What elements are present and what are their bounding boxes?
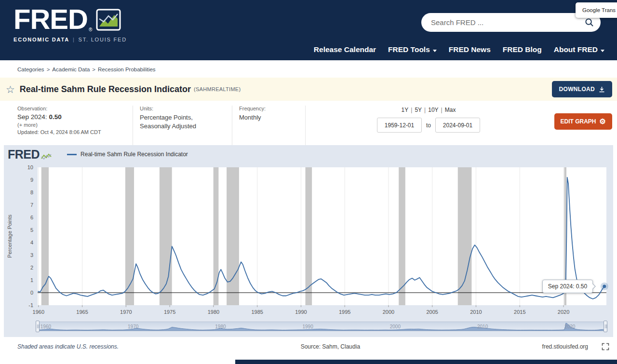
series-id: (SAHMREALTIME) [194, 86, 241, 92]
search-input[interactable] [431, 18, 585, 27]
legend-label: Real-time Sahm Rule Recession Indicator [80, 151, 188, 158]
y-tick-label: -1 [28, 302, 33, 308]
range-separator: | [441, 107, 443, 113]
edit-graph-label: EDIT GRAPH [561, 118, 596, 125]
range-5y[interactable]: 5Y [415, 107, 422, 113]
units-value-line2: Seasonally Adjusted [140, 122, 232, 131]
y-tick-label: 8 [30, 189, 33, 195]
download-button[interactable]: DOWNLOAD [552, 81, 612, 97]
nav-fred-news[interactable]: FRED News [449, 45, 491, 54]
slider-handle-right[interactable] [604, 321, 607, 332]
google-translate-remnant[interactable]: Google Trans [576, 2, 617, 18]
x-tick-label: 1965 [76, 309, 88, 315]
to-label: to [426, 122, 431, 129]
chart-legend: Real-time Sahm Rule Recession Indicator [67, 151, 188, 158]
more-observations-link[interactable]: (+ more) [17, 122, 133, 128]
x-tick-label: 1975 [164, 309, 175, 315]
y-tick-label: 5 [30, 227, 33, 233]
breadcrumb-categories[interactable]: Categories [17, 67, 44, 72]
recession-band [227, 167, 239, 305]
y-tick-label: 6 [30, 215, 33, 220]
observation-label: Observation: [17, 106, 133, 111]
fullscreen-icon[interactable] [602, 343, 609, 351]
site-url: fred.stlouisfed.org [542, 343, 588, 350]
y-tick-label: 7 [30, 202, 33, 208]
favorite-star-icon[interactable]: ☆ [6, 84, 15, 94]
gear-icon: ⚙ [600, 119, 606, 124]
y-tick-label: 4 [30, 240, 33, 245]
nav-fred-tools[interactable]: FRED Tools [388, 45, 437, 54]
observation-value: 0.50 [49, 113, 62, 121]
nav-about-fred-label: About FRED [554, 45, 598, 54]
slider-year-label: 1980 [215, 324, 226, 329]
slider-mini-area [38, 323, 605, 331]
fred-watermark-chart-icon [41, 153, 52, 161]
plot-area: -101234567891019601965197019751980198519… [4, 163, 613, 319]
updated-timestamp: Updated: Oct 4, 2024 8:06 AM CDT [17, 129, 133, 135]
breadcrumb-academic-data[interactable]: Academic Data [52, 67, 90, 72]
chevron-down-icon [601, 50, 604, 52]
slider-handle-left[interactable] [36, 321, 40, 332]
last-point-marker[interactable] [603, 285, 606, 288]
download-button-label: DOWNLOAD [559, 86, 595, 93]
chart-panel: FRED Real-time Sahm Rule Recession Indic… [4, 145, 613, 337]
search-box[interactable] [421, 13, 601, 32]
units-column: Units: Percentage Points, Seasonally Adj… [133, 106, 232, 145]
chevron-down-icon [433, 50, 437, 52]
chart-header: FRED Real-time Sahm Rule Recession Indic… [4, 145, 613, 163]
title-bar: ☆ Real-time Sahm Rule Recession Indicato… [0, 78, 617, 101]
x-tick-label: 1990 [295, 309, 307, 315]
range-separator: | [411, 107, 412, 113]
y-tick-label: 2 [30, 265, 33, 270]
fred-watermark: FRED [8, 148, 52, 161]
chart-footer: Shaded areas indicate U.S. recessions. S… [0, 337, 617, 351]
frequency-column: Frequency: Monthly [232, 106, 306, 145]
observation-column: Observation: Sep 2024:0.50 (+ more) Upda… [17, 106, 133, 145]
frequency-value: Monthly [239, 113, 305, 122]
range-max[interactable]: Max [445, 107, 456, 113]
search-icon[interactable] [585, 18, 594, 27]
fred-logo[interactable]: FRED ® ECONOMIC DATA|ST. LOUIS FED [13, 6, 127, 42]
plot-background [38, 167, 606, 305]
tagline-st-louis-fed: ST. LOUIS FED [79, 37, 127, 42]
breadcrumb-separator: > [47, 67, 50, 72]
slider-year-label: 1990 [303, 324, 313, 329]
nav-about-fred[interactable]: About FRED [554, 45, 604, 54]
breadcrumb-recession-probabilities[interactable]: Recession Probabilities [98, 67, 156, 72]
x-tick-label: 2010 [470, 309, 482, 315]
date-range-inputs: to [377, 118, 480, 133]
slider-year-label: 2020 [564, 324, 575, 329]
recession-footnote: Shaded areas indicate U.S. recessions. [17, 343, 119, 350]
legend-line-swatch [67, 154, 77, 155]
recession-band [458, 167, 472, 305]
main-nav: Release Calendar FRED Tools FRED News FR… [314, 45, 604, 54]
range-separator: | [424, 107, 426, 113]
range-10y[interactable]: 10Y [428, 107, 438, 113]
end-date-input[interactable] [435, 118, 480, 133]
main-chart-svg[interactable]: -101234567891019601965197019751980198519… [4, 163, 613, 319]
y-tick-label: 9 [30, 177, 33, 183]
tagline: ECONOMIC DATA|ST. LOUIS FED [13, 37, 127, 42]
page-title: Real-time Sahm Rule Recession Indicator [20, 84, 191, 94]
nav-fred-blog[interactable]: FRED Blog [503, 45, 542, 54]
y-tick-label: 0 [30, 290, 33, 296]
range-1y[interactable]: 1Y [402, 107, 409, 113]
x-tick-label: 1980 [208, 309, 219, 315]
x-tick-label: 1970 [120, 309, 132, 315]
units-label: Units: [140, 106, 232, 111]
edit-graph-button[interactable]: EDIT GRAPH ⚙ [554, 113, 612, 130]
x-tick-label: 2005 [426, 309, 438, 315]
slider-track[interactable]: 1960197019801990200020102020 [38, 322, 605, 331]
range-controls: 1Y|5Y|10Y|Max to [377, 106, 480, 145]
registered-mark: ® [89, 27, 92, 32]
site-header: FRED ® ECONOMIC DATA|ST. LOUIS FED Relea… [0, 0, 617, 60]
nav-release-calendar[interactable]: Release Calendar [314, 45, 376, 54]
x-tick-label: 2020 [558, 309, 569, 315]
y-axis-title: Percentage Points [7, 215, 13, 258]
bottom-footer-strip [235, 360, 617, 364]
breadcrumb-separator: > [92, 67, 95, 72]
x-tick-label: 1985 [251, 309, 263, 315]
slider-mini-chart [38, 322, 605, 331]
tagline-separator: | [73, 37, 75, 42]
start-date-input[interactable] [377, 118, 422, 133]
